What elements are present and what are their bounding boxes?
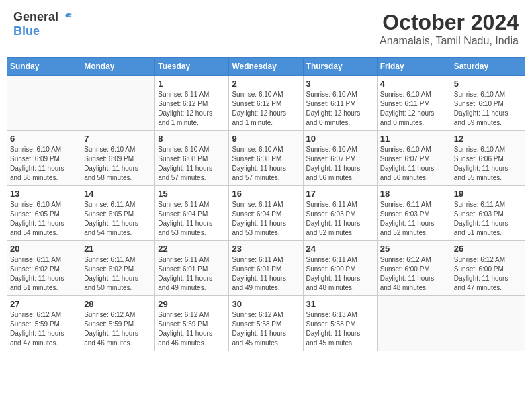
day-info: Sunrise: 6:11 AM Sunset: 6:02 PM Dayligh… [10,255,78,293]
day-info: Sunrise: 6:10 AM Sunset: 6:06 PM Dayligh… [454,145,522,183]
logo: General Blue [13,10,73,38]
day-info: Sunrise: 6:10 AM Sunset: 6:11 PM Dayligh… [306,90,374,128]
calendar-day-cell: 19Sunrise: 6:11 AM Sunset: 6:03 PM Dayli… [451,186,525,241]
day-info: Sunrise: 6:10 AM Sunset: 6:08 PM Dayligh… [158,145,226,183]
day-info: Sunrise: 6:11 AM Sunset: 6:03 PM Dayligh… [454,200,522,238]
calendar-week-row: 27Sunrise: 6:12 AM Sunset: 5:59 PM Dayli… [7,296,525,351]
calendar-week-row: 6Sunrise: 6:10 AM Sunset: 6:09 PM Daylig… [7,131,525,186]
day-number: 5 [454,79,522,89]
calendar-day-cell: 16Sunrise: 6:11 AM Sunset: 6:04 PM Dayli… [229,186,303,241]
day-number: 9 [232,134,300,144]
calendar-header-row: SundayMondayTuesdayWednesdayThursdayFrid… [7,58,525,76]
logo-general-text: General [13,10,58,24]
day-number: 11 [380,134,448,144]
day-info: Sunrise: 6:11 AM Sunset: 6:04 PM Dayligh… [158,200,226,238]
day-info: Sunrise: 6:12 AM Sunset: 5:59 PM Dayligh… [84,310,152,348]
day-number: 6 [10,134,78,144]
day-number: 24 [306,244,374,254]
calendar-day-cell: 22Sunrise: 6:11 AM Sunset: 6:01 PM Dayli… [155,241,229,296]
calendar-day-cell: 31Sunrise: 6:13 AM Sunset: 5:58 PM Dayli… [303,296,377,351]
day-number: 29 [158,299,226,309]
day-info: Sunrise: 6:10 AM Sunset: 6:09 PM Dayligh… [84,145,152,183]
day-info: Sunrise: 6:10 AM Sunset: 6:09 PM Dayligh… [10,145,78,183]
calendar-day-cell: 6Sunrise: 6:10 AM Sunset: 6:09 PM Daylig… [7,131,81,186]
column-header-friday: Friday [377,58,451,76]
day-number: 22 [158,244,226,254]
calendar-day-cell: 7Sunrise: 6:10 AM Sunset: 6:09 PM Daylig… [81,131,155,186]
day-info: Sunrise: 6:10 AM Sunset: 6:08 PM Dayligh… [232,145,300,183]
column-header-tuesday: Tuesday [155,58,229,76]
day-number: 19 [454,189,522,199]
calendar-table: SundayMondayTuesdayWednesdayThursdayFrid… [7,57,525,351]
calendar-day-cell: 12Sunrise: 6:10 AM Sunset: 6:06 PM Dayli… [451,131,525,186]
day-info: Sunrise: 6:10 AM Sunset: 6:07 PM Dayligh… [380,145,448,183]
calendar-week-row: 1Sunrise: 6:11 AM Sunset: 6:12 PM Daylig… [7,76,525,131]
day-number: 15 [158,189,226,199]
day-info: Sunrise: 6:12 AM Sunset: 5:59 PM Dayligh… [158,310,226,348]
day-info: Sunrise: 6:11 AM Sunset: 6:01 PM Dayligh… [158,255,226,293]
column-header-saturday: Saturday [451,58,525,76]
month-title: October 2024 [380,10,519,35]
day-number: 1 [158,79,226,89]
day-info: Sunrise: 6:11 AM Sunset: 6:03 PM Dayligh… [380,200,448,238]
calendar-day-cell: 26Sunrise: 6:12 AM Sunset: 6:00 PM Dayli… [451,241,525,296]
calendar-day-cell: 27Sunrise: 6:12 AM Sunset: 5:59 PM Dayli… [7,296,81,351]
day-number: 23 [232,244,300,254]
column-header-thursday: Thursday [303,58,377,76]
day-info: Sunrise: 6:11 AM Sunset: 6:03 PM Dayligh… [306,200,374,238]
day-info: Sunrise: 6:10 AM Sunset: 6:12 PM Dayligh… [232,90,300,128]
calendar-week-row: 20Sunrise: 6:11 AM Sunset: 6:02 PM Dayli… [7,241,525,296]
calendar-day-cell: 2Sunrise: 6:10 AM Sunset: 6:12 PM Daylig… [229,76,303,131]
day-number: 12 [454,134,522,144]
day-number: 3 [306,79,374,89]
calendar-day-cell: 4Sunrise: 6:10 AM Sunset: 6:11 PM Daylig… [377,76,451,131]
calendar-day-cell: 13Sunrise: 6:10 AM Sunset: 6:05 PM Dayli… [7,186,81,241]
calendar-day-cell: 18Sunrise: 6:11 AM Sunset: 6:03 PM Dayli… [377,186,451,241]
day-number: 20 [10,244,78,254]
day-number: 2 [232,79,300,89]
day-number: 31 [306,299,374,309]
calendar-day-cell: 9Sunrise: 6:10 AM Sunset: 6:08 PM Daylig… [229,131,303,186]
day-number: 28 [84,299,152,309]
day-info: Sunrise: 6:12 AM Sunset: 6:00 PM Dayligh… [454,255,522,293]
calendar-day-cell: 3Sunrise: 6:10 AM Sunset: 6:11 PM Daylig… [303,76,377,131]
column-header-wednesday: Wednesday [229,58,303,76]
day-info: Sunrise: 6:11 AM Sunset: 6:04 PM Dayligh… [232,200,300,238]
calendar-day-cell: 15Sunrise: 6:11 AM Sunset: 6:04 PM Dayli… [155,186,229,241]
calendar-day-cell: 25Sunrise: 6:12 AM Sunset: 6:00 PM Dayli… [377,241,451,296]
day-info: Sunrise: 6:12 AM Sunset: 5:58 PM Dayligh… [232,310,300,348]
day-number: 7 [84,134,152,144]
title-area: October 2024 Anamalais, Tamil Nadu, Indi… [380,10,519,47]
day-info: Sunrise: 6:10 AM Sunset: 6:11 PM Dayligh… [380,90,448,128]
day-info: Sunrise: 6:11 AM Sunset: 6:12 PM Dayligh… [158,90,226,128]
day-number: 14 [84,189,152,199]
day-number: 26 [454,244,522,254]
calendar-day-cell: 5Sunrise: 6:10 AM Sunset: 6:10 PM Daylig… [451,76,525,131]
calendar-day-cell: 29Sunrise: 6:12 AM Sunset: 5:59 PM Dayli… [155,296,229,351]
page-header: General Blue October 2024 Anamalais, Tam… [7,7,525,50]
day-number: 30 [232,299,300,309]
day-info: Sunrise: 6:11 AM Sunset: 6:01 PM Dayligh… [232,255,300,293]
day-info: Sunrise: 6:12 AM Sunset: 6:00 PM Dayligh… [380,255,448,293]
day-number: 4 [380,79,448,89]
day-number: 21 [84,244,152,254]
day-number: 17 [306,189,374,199]
day-info: Sunrise: 6:11 AM Sunset: 6:02 PM Dayligh… [84,255,152,293]
calendar-day-cell: 8Sunrise: 6:10 AM Sunset: 6:08 PM Daylig… [155,131,229,186]
calendar-day-cell: 10Sunrise: 6:10 AM Sunset: 6:07 PM Dayli… [303,131,377,186]
calendar-day-cell [377,296,451,351]
calendar-day-cell: 14Sunrise: 6:11 AM Sunset: 6:05 PM Dayli… [81,186,155,241]
day-number: 16 [232,189,300,199]
day-info: Sunrise: 6:10 AM Sunset: 6:10 PM Dayligh… [454,90,522,128]
day-info: Sunrise: 6:11 AM Sunset: 6:05 PM Dayligh… [84,200,152,238]
calendar-week-row: 13Sunrise: 6:10 AM Sunset: 6:05 PM Dayli… [7,186,525,241]
day-info: Sunrise: 6:12 AM Sunset: 5:59 PM Dayligh… [10,310,78,348]
calendar-day-cell [7,76,81,131]
day-info: Sunrise: 6:10 AM Sunset: 6:07 PM Dayligh… [306,145,374,183]
logo-bird-icon [60,11,73,24]
calendar-day-cell: 11Sunrise: 6:10 AM Sunset: 6:07 PM Dayli… [377,131,451,186]
day-info: Sunrise: 6:10 AM Sunset: 6:05 PM Dayligh… [10,200,78,238]
calendar-day-cell: 23Sunrise: 6:11 AM Sunset: 6:01 PM Dayli… [229,241,303,296]
calendar-day-cell: 30Sunrise: 6:12 AM Sunset: 5:58 PM Dayli… [229,296,303,351]
day-number: 18 [380,189,448,199]
